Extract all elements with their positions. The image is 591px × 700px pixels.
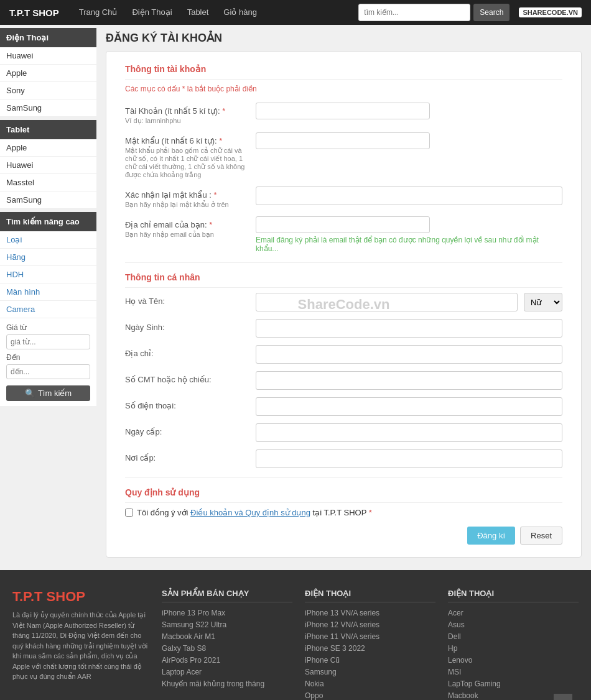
email-note: Email đăng ký phải là email thật để bạn …	[256, 236, 562, 253]
terms-link[interactable]: Điều khoản và Quy định sử dụng	[190, 508, 310, 517]
footer-product-3[interactable]: Macbook Air M1	[162, 632, 292, 641]
search-button[interactable]: Search	[473, 4, 510, 21]
account-section-title: Thông tin tài khoản	[125, 64, 562, 80]
terms-row: Tôi đồng ý với Điều khoản và Quy định sử…	[125, 508, 562, 517]
nav-tablet[interactable]: Tablet	[180, 0, 216, 25]
password-input[interactable]	[256, 132, 430, 149]
price-from-input[interactable]	[6, 334, 90, 349]
sidebar-item-apple[interactable]: Apple	[0, 65, 96, 82]
footer-laptop-item-7[interactable]: LapTop Gaming	[448, 679, 579, 688]
search-icon: 🔍	[25, 389, 35, 398]
footer-products-col: SẢN PHẨM BÁN CHẠY iPhone 13 Pro Max Sams…	[162, 589, 292, 700]
footer-laptop-item-4[interactable]: Hp	[448, 644, 579, 653]
footer-brand-name: T.P.T SHOP	[12, 589, 149, 605]
footer-laptop-item-6[interactable]: MSI	[448, 668, 579, 676]
footer-product-7[interactable]: Khuyến mãi khủng trong tháng	[162, 679, 292, 688]
phone-input[interactable]	[256, 397, 562, 416]
footer-product-1[interactable]: iPhone 13 Pro Max	[162, 609, 292, 617]
site-logo[interactable]: T.P.T SHOP	[9, 7, 59, 18]
footer-product-6[interactable]: Laptop Acer	[162, 668, 292, 676]
username-input[interactable]	[256, 103, 430, 119]
username-row: Tài Khoản (ít nhất 5 kí tự): * Ví dụ: la…	[125, 103, 562, 125]
footer-phone-item-5[interactable]: iPhone Cũ	[305, 656, 435, 665]
sidebar-item-tablet-masstel[interactable]: Masstel	[0, 174, 96, 191]
main-wrapper: Điện Thoại Huawei Apple Sony SamSung Tab…	[0, 25, 591, 564]
footer-phone-item-7[interactable]: Nokia	[305, 679, 435, 688]
nav-phone[interactable]: Điện Thoại	[124, 0, 179, 25]
sidebar: Điện Thoại Huawei Apple Sony SamSung Tab…	[0, 25, 96, 564]
filter-camera[interactable]: Camera	[0, 301, 96, 318]
filter-manhinh[interactable]: Màn hình	[0, 283, 96, 301]
footer-product-4[interactable]: Galxy Tab S8	[162, 644, 292, 653]
submit-button[interactable]: Đăng kí	[467, 527, 515, 545]
price-to-input[interactable]	[6, 364, 90, 379]
nav-home[interactable]: Trang Chủ	[72, 0, 125, 25]
issue-place-row: Nơi cấp:	[125, 449, 562, 468]
id-input[interactable]	[256, 371, 562, 390]
scroll-top-button[interactable]: ▲	[554, 694, 572, 700]
footer-brand-desc: Là đại lý ủy quyền chính thức của Apple …	[12, 610, 149, 682]
issue-date-input[interactable]	[256, 423, 562, 442]
personal-section-title: Thông tin cá nhân	[125, 272, 562, 288]
footer-laptop-item-1[interactable]: Acer	[448, 609, 579, 617]
dob-label: Ngày Sinh:	[125, 319, 249, 332]
search-input[interactable]	[358, 4, 470, 21]
address-input[interactable]	[256, 345, 562, 364]
filter-loai[interactable]: Loại	[0, 231, 96, 249]
sidebar-item-huawei[interactable]: Huawei	[0, 47, 96, 65]
password-label: Mật khẩu (ít nhất 6 kí tự): * Mật khẩu p…	[125, 132, 249, 179]
tablet-section-title: Tablet	[0, 120, 96, 139]
dob-input[interactable]	[256, 319, 562, 338]
footer-product-2[interactable]: Samsung S22 Ultra	[162, 620, 292, 629]
filter-hdh[interactable]: HDH	[0, 266, 96, 283]
gender-select[interactable]: Nữ Nam	[524, 293, 562, 311]
footer-phone-item-4[interactable]: iPhone SE 3 2022	[305, 644, 435, 653]
username-label: Tài Khoản (ít nhất 5 kí tự): * Ví dụ: la…	[125, 103, 249, 125]
issue-place-input[interactable]	[256, 449, 562, 468]
footer-product-5[interactable]: AirPods Pro 2021	[162, 656, 292, 665]
issue-date-label: Ngày cấp:	[125, 423, 249, 436]
sidebar-item-tablet-samsung[interactable]: SamSung	[0, 191, 96, 209]
confirm-password-input[interactable]	[256, 187, 562, 205]
footer-laptop-item-3[interactable]: Dell	[448, 632, 579, 641]
price-search-button[interactable]: 🔍 Tìm kiếm	[6, 385, 90, 401]
page-title: ĐĂNG KÝ TÀI KHOẢN	[106, 31, 582, 45]
footer-main: T.P.T SHOP Là đại lý ủy quyền chính thức…	[0, 570, 591, 700]
password-input-group	[256, 132, 430, 149]
footer-laptop-item-2[interactable]: Asus	[448, 620, 579, 629]
required-note: Các mục có dấu * là bắt buộc phải điền	[125, 85, 562, 93]
footer: T.P.T SHOP Là đại lý ủy quyền chính thức…	[0, 570, 591, 700]
form-buttons: Đăng kí Reset	[125, 527, 562, 545]
terms-checkbox[interactable]	[125, 509, 133, 517]
terms-section-title: Quy định sử dụng	[125, 487, 562, 503]
footer-products-title: SẢN PHẨM BÁN CHẠY	[162, 589, 292, 602]
footer-phone-item-8[interactable]: Oppo	[305, 691, 435, 700]
price-from-label: Giá từ	[6, 323, 90, 332]
filter-hang[interactable]: Hãng	[0, 249, 96, 266]
footer-laptop-item-5[interactable]: Lenovo	[448, 656, 579, 665]
email-label: Địa chỉ email của bạn: * Bạn hãy nhập em…	[125, 216, 249, 239]
price-filter-section: Giá từ Đến 🔍 Tìm kiếm	[0, 318, 96, 406]
id-row: Số CMT hoặc hộ chiếu:	[125, 371, 562, 390]
advanced-search-title: Tìm kiếm nâng cao	[0, 212, 96, 231]
email-input[interactable]	[256, 216, 430, 233]
nav-cart[interactable]: Giỏ hàng	[216, 0, 264, 25]
footer-phone-item-3[interactable]: iPhone 11 VN/A series	[305, 632, 435, 641]
footer-phone-item-6[interactable]: Samsung	[305, 668, 435, 676]
footer-phone-item-1[interactable]: iPhone 13 VN/A series	[305, 609, 435, 617]
footer-phone-item-2[interactable]: iPhone 12 VN/A series	[305, 620, 435, 629]
name-input-group: Nữ Nam	[256, 293, 562, 311]
sidebar-item-tablet-apple[interactable]: Apple	[0, 139, 96, 157]
reset-button[interactable]: Reset	[520, 527, 562, 545]
advanced-search-section: Tìm kiếm nâng cao Loại Hãng HDH Màn hình…	[0, 212, 96, 406]
sidebar-item-samsung[interactable]: SamSung	[0, 99, 96, 117]
username-input-group	[256, 103, 430, 119]
divider-terms	[125, 477, 562, 478]
registration-form-card: Thông tin tài khoản Các mục có dấu * là …	[106, 51, 582, 558]
footer-laptop-title: ĐIỆN THOẠI	[448, 589, 579, 602]
footer-brand: T.P.T SHOP Là đại lý ủy quyền chính thức…	[12, 589, 149, 700]
sidebar-item-sony[interactable]: Sony	[0, 82, 96, 99]
footer-laptop-col: ĐIỆN THOẠI Acer Asus Dell Hp Lenovo MSI …	[448, 589, 579, 700]
name-input[interactable]	[256, 293, 518, 311]
sidebar-item-tablet-huawei[interactable]: Huawei	[0, 157, 96, 174]
